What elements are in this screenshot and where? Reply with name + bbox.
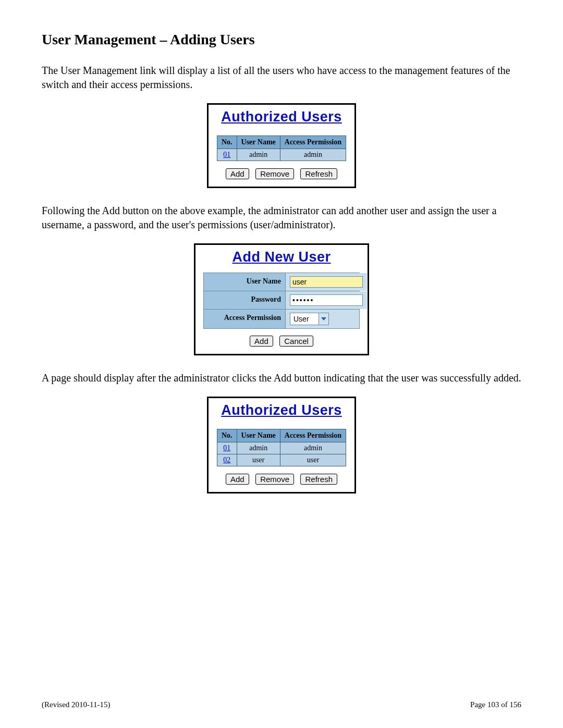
user-row-name: admin <box>237 149 280 161</box>
paragraph-2: Following the Add button on the above ex… <box>42 204 521 232</box>
permission-select-value: User <box>290 315 319 323</box>
cancel-button[interactable]: Cancel <box>279 336 313 347</box>
col-no: No. <box>217 136 237 149</box>
add-button[interactable]: Add <box>250 336 273 347</box>
chevron-down-icon <box>319 313 328 325</box>
user-row-perm: admin <box>280 149 346 161</box>
col-perm: Access Permission <box>280 136 346 149</box>
refresh-button[interactable]: Refresh <box>300 168 337 179</box>
col-no: No. <box>217 429 237 442</box>
add-button[interactable]: Add <box>226 168 249 179</box>
authorized-users-panel-1: Authorized Users No. User Name Access Pe… <box>207 103 356 188</box>
table-row: 01 admin admin <box>217 149 346 161</box>
col-name: User Name <box>237 429 280 442</box>
password-input[interactable] <box>290 294 363 306</box>
paragraph-3: A page should display after the administ… <box>42 371 521 385</box>
footer-page: Page 103 of 156 <box>470 700 521 709</box>
remove-button[interactable]: Remove <box>255 168 294 179</box>
table-row: 02 user user <box>217 454 346 466</box>
user-row-link[interactable]: 02 <box>223 456 230 464</box>
col-name: User Name <box>237 136 280 149</box>
page-heading: User Management – Adding Users <box>42 31 521 48</box>
paragraph-1: The User Management link will display a … <box>42 64 521 92</box>
label-password: Password <box>204 291 286 309</box>
user-table-1: No. User Name Access Permission 01 admin… <box>217 135 346 161</box>
authorized-users-panel-2: Authorized Users No. User Name Access Pe… <box>207 397 356 493</box>
user-table-2: No. User Name Access Permission 01 admin… <box>217 429 346 466</box>
permission-select[interactable]: User <box>290 313 329 325</box>
panel1-title: Authorized Users <box>209 105 354 127</box>
user-row-perm: user <box>280 454 346 466</box>
username-input[interactable] <box>290 276 363 288</box>
table-row: 01 admin admin <box>217 442 346 454</box>
refresh-button[interactable]: Refresh <box>300 474 337 485</box>
label-username: User Name <box>204 273 286 291</box>
user-row-link[interactable]: 01 <box>223 444 230 452</box>
user-row-perm: admin <box>280 442 346 454</box>
user-row-link[interactable]: 01 <box>223 151 230 158</box>
user-row-name: admin <box>237 442 280 454</box>
remove-button[interactable]: Remove <box>255 474 294 485</box>
panel2-title: Add New User <box>195 245 368 267</box>
panel3-title: Authorized Users <box>209 398 354 421</box>
footer-revised: (Revised 2010-11-15) <box>42 700 111 709</box>
add-button[interactable]: Add <box>226 474 249 485</box>
user-row-name: user <box>237 454 280 466</box>
add-new-user-panel: Add New User User Name Password Access P… <box>194 243 369 355</box>
label-permission: Access Permission <box>204 310 286 328</box>
col-perm: Access Permission <box>280 429 346 442</box>
svg-marker-0 <box>321 317 326 320</box>
